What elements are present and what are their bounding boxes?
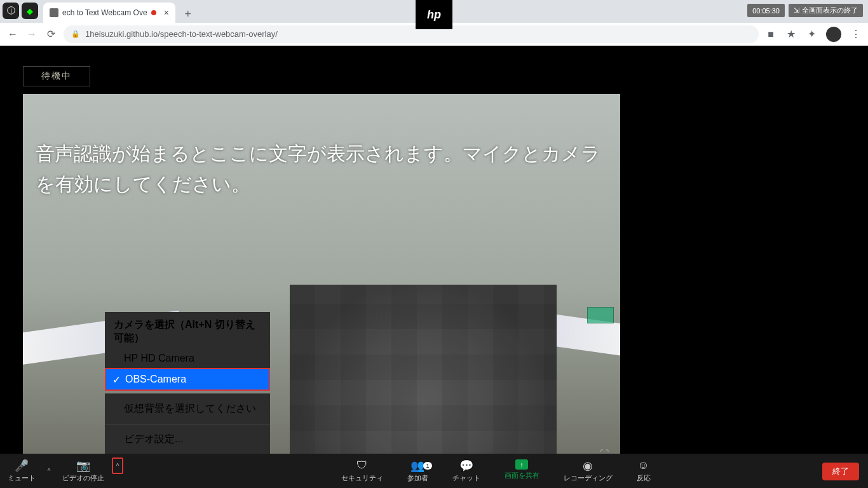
back-button[interactable]: ←: [6, 28, 19, 41]
chat-icon: 💬: [459, 459, 473, 472]
share-screen-button[interactable]: ↑ 画面を共有: [497, 459, 547, 480]
browser-tab[interactable]: ech to Text Webcam Ove ×: [43, 3, 175, 23]
smile-icon: ☺: [637, 459, 649, 472]
extension-badge-shield[interactable]: ◆: [22, 3, 38, 19]
chat-button[interactable]: 💬 チャット: [445, 459, 488, 483]
reload-button[interactable]: ⟳: [44, 28, 57, 41]
compress-icon: ⇲: [794, 6, 799, 15]
end-meeting-button[interactable]: 終了: [822, 463, 859, 480]
address-bar[interactable]: 🔒 1heisuzuki.github.io/speech-to-text-we…: [64, 25, 759, 43]
lock-icon: 🔒: [71, 30, 80, 38]
zoom-toolbar: 🎤 ミュート ^ 📷 ビデオの停止 ^ 🛡 セキュリティ 👥 参加者 1: [0, 454, 868, 488]
bookmark-star-icon[interactable]: ★: [785, 29, 797, 40]
profile-avatar[interactable]: [826, 27, 841, 42]
menu-icon[interactable]: ⋮: [850, 29, 862, 40]
exit-sign: [587, 307, 614, 323]
separator: [105, 393, 270, 394]
reactions-button[interactable]: ☺ 反応: [629, 459, 658, 483]
mute-button[interactable]: 🎤 ミュート: [0, 454, 43, 488]
video-settings-option[interactable]: ビデオ設定...: [105, 427, 270, 454]
share-icon: ↑: [515, 459, 528, 470]
record-icon: ◉: [583, 459, 593, 472]
popup-header: カメラを選択（Alt+N 切り替え可能）: [105, 312, 270, 349]
timer-badge: 00:05:30: [747, 4, 785, 17]
new-tab-button[interactable]: +: [179, 5, 197, 23]
hp-logo: hp: [416, 0, 452, 29]
pixelated-region: [290, 285, 557, 480]
shield-icon: 🛡: [356, 459, 368, 472]
security-button[interactable]: 🛡 セキュリティ: [334, 459, 391, 483]
stop-video-button[interactable]: 📷 ビデオの停止: [55, 454, 112, 488]
caption-overlay: 音声認識が始まるとここに文字が表示されます。マイクとカメラを有効にしてください。: [36, 139, 601, 200]
page-content: 待機中 音声認識が始まるとここに文字が表示されます。マイクとカメラを有効にしてく…: [0, 46, 868, 488]
tab-favicon: [50, 8, 58, 17]
camera-select-popup: カメラを選択（Alt+N 切り替え可能） HP HD Camera ✓ OBS-…: [105, 312, 270, 454]
camera-option-hp[interactable]: HP HD Camera: [105, 349, 270, 368]
participants-icon: 👥: [410, 459, 424, 472]
virtual-background-option[interactable]: 仮想背景を選択してください: [105, 396, 270, 421]
tab-title: ech to Text Webcam Ove: [62, 8, 147, 17]
camera-option-obs[interactable]: ✓ OBS-Camera: [106, 369, 269, 390]
video-icon: 📷: [76, 459, 90, 472]
camera-indicator-icon[interactable]: ■: [765, 29, 776, 40]
separator: [105, 424, 270, 424]
recording-indicator-icon: [151, 10, 156, 15]
check-icon: ✓: [112, 374, 121, 386]
extension-badge-info[interactable]: ⓘ: [3, 3, 19, 19]
url-text: 1heisuzuki.github.io/speech-to-text-webc…: [85, 29, 278, 39]
microphone-icon: 🎤: [15, 459, 29, 472]
audio-options-chevron[interactable]: ^: [43, 454, 55, 488]
participants-button[interactable]: 👥 参加者 1: [400, 459, 436, 483]
status-badge: 待機中: [23, 66, 90, 86]
participants-count: 1: [423, 462, 431, 470]
extensions-icon[interactable]: ✦: [806, 29, 817, 40]
forward-button[interactable]: →: [25, 28, 38, 41]
close-tab-icon[interactable]: ×: [160, 8, 169, 18]
video-options-chevron[interactable]: ^: [112, 458, 123, 474]
exit-fullscreen-button[interactable]: ⇲ 全画面表示の終了: [789, 4, 863, 17]
recording-button[interactable]: ◉ レコーディング: [556, 459, 620, 483]
